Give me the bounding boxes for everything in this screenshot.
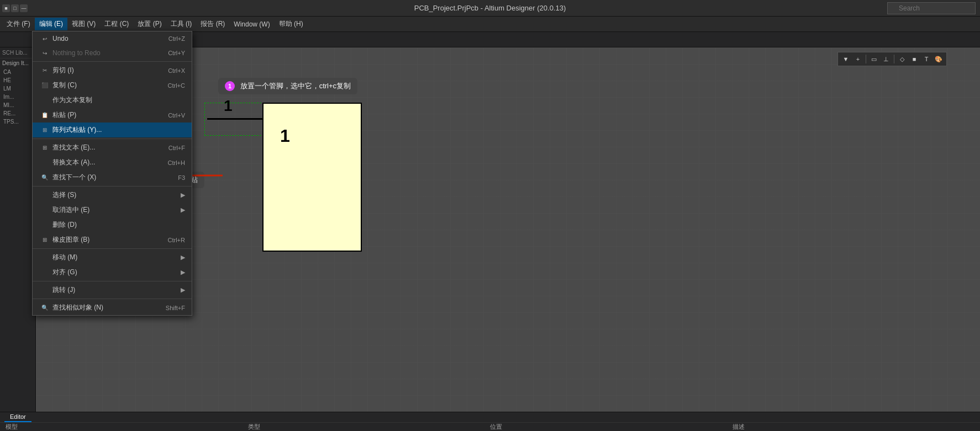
move-label: 移动 (M): [52, 253, 175, 262]
menu-jump[interactable]: 跳转 (J) ▶: [33, 283, 192, 297]
canvas-toolbar: ▼ + ▭ ⊥ ◇ ■ T 🎨: [837, 52, 947, 66]
left-panel-item-he[interactable]: HE: [0, 76, 35, 84]
move-sub: ▶: [181, 254, 185, 261]
cut-label: 剪切 (I): [52, 66, 162, 75]
left-panel-item-tps[interactable]: TPS...: [0, 118, 35, 126]
findsimilar-icon: 🔍: [39, 305, 50, 311]
deselect-sub: ▶: [181, 206, 185, 214]
menu-deselect[interactable]: 取消选中 (E) ▶: [33, 203, 192, 217]
title-bar: ■ □ — PCB_Project.PrjPcb - Altium Design…: [0, 0, 980, 17]
toolbar-fill[interactable]: ■: [909, 54, 920, 65]
menu-rubber[interactable]: ⊞ 橡皮图章 (B) Ctrl+R: [33, 232, 192, 247]
toolbar-rect[interactable]: ▭: [868, 54, 879, 65]
menu-findnext[interactable]: 🔍 查找下一个 (X) F3: [33, 170, 192, 185]
window-controls: ■ □ —: [0, 0, 28, 16]
menu-project[interactable]: 工程 (C): [100, 18, 133, 30]
arraypaste-icon: ⊞: [39, 127, 50, 133]
toolbar-color[interactable]: 🎨: [933, 54, 944, 65]
menu-move[interactable]: 移动 (M) ▶: [33, 250, 192, 265]
toolbar-add[interactable]: +: [852, 54, 863, 65]
left-panel-section: Design It...: [0, 58, 35, 68]
menu-reports[interactable]: 报告 (R): [196, 18, 229, 30]
toolbar-sep1: [866, 55, 866, 63]
restore-btn[interactable]: □: [11, 4, 19, 12]
menu-copytext[interactable]: 作为文本复制: [33, 93, 192, 108]
cut-shortcut: Ctrl+X: [168, 67, 185, 74]
search-wrap: 🔍: [887, 2, 976, 14]
search-area: 🔍: [887, 0, 980, 16]
menu-sep-3: [33, 186, 192, 187]
tooltip-1-text: 放置一个管脚，选中它，ctrl+c复制: [240, 82, 351, 90]
left-panel-item-re[interactable]: RE...: [0, 109, 35, 118]
pin-line: [207, 118, 262, 120]
menu-select[interactable]: 选择 (S) ▶: [33, 188, 192, 203]
findnext-label: 查找下一个 (X): [52, 173, 172, 182]
deselect-label: 取消选中 (E): [52, 205, 175, 215]
findtext-label: 查找文本 (E)...: [52, 143, 163, 152]
toolbar-poly[interactable]: ◇: [897, 54, 908, 65]
undo-label: Undo: [52, 35, 163, 42]
body-label: 1: [280, 126, 290, 146]
left-panel-item-lm[interactable]: LM: [0, 84, 35, 93]
replacetext-label: 替换文本 (A)...: [52, 158, 162, 167]
menu-arraypaste[interactable]: ⊞ 阵列式粘贴 (Y)...: [33, 123, 192, 137]
rubber-shortcut: Ctrl+R: [168, 237, 185, 243]
menu-view[interactable]: 视图 (V): [67, 18, 100, 30]
left-panel-item-ca[interactable]: CA: [0, 68, 35, 76]
menu-undo[interactable]: ↩ Undo Ctrl+Z: [33, 31, 192, 46]
left-panel-item-im[interactable]: Im...: [0, 93, 35, 101]
toolbar-text[interactable]: T: [921, 54, 932, 65]
menu-tools[interactable]: 工具 (I): [166, 18, 197, 30]
close-btn[interactable]: ■: [2, 4, 10, 12]
menu-replacetext[interactable]: 替换文本 (A)... Ctrl+H: [33, 155, 192, 170]
menu-paste[interactable]: 📋 粘贴 (P) Ctrl+V: [33, 108, 192, 123]
menu-align[interactable]: 对齐 (G) ▶: [33, 265, 192, 280]
delete-label: 删除 (D): [52, 220, 185, 230]
menu-cut[interactable]: ✂ 剪切 (I) Ctrl+X: [33, 63, 192, 78]
copy-label: 复制 (C): [52, 81, 162, 90]
menu-file[interactable]: 文件 (F): [2, 18, 35, 30]
search-input[interactable]: [887, 2, 976, 14]
select-label: 选择 (S): [52, 190, 175, 200]
redo-shortcut: Ctrl+Y: [168, 50, 185, 56]
menu-sep-2: [33, 139, 192, 139]
left-panel-item-mi[interactable]: MI...: [0, 101, 35, 109]
menu-sep-5: [33, 281, 192, 281]
bottom-panel: Editor 模型 类型 位置 描述: [0, 412, 980, 431]
select-sub: ▶: [181, 191, 185, 199]
toolbar-filter[interactable]: ▼: [840, 54, 851, 65]
jump-label: 跳转 (J): [52, 285, 175, 295]
col-model: 模型: [6, 423, 248, 431]
redo-label: Nothing to Redo: [52, 49, 162, 57]
rubber-label: 橡皮图章 (B): [52, 235, 162, 244]
findnext-icon: 🔍: [39, 174, 50, 180]
menu-findsimilar[interactable]: 🔍 查找相似对象 (N) Shift+F: [33, 300, 192, 315]
replacetext-shortcut: Ctrl+H: [168, 159, 185, 166]
findsimilar-shortcut: Shift+F: [166, 305, 185, 311]
jump-sub: ▶: [181, 286, 185, 294]
minimize-btn[interactable]: —: [20, 4, 28, 12]
findtext-shortcut: Ctrl+F: [168, 145, 185, 151]
pin-number-label: 1: [224, 97, 233, 115]
menu-edit[interactable]: 编辑 (E): [35, 18, 67, 30]
copy-icon: ⬛: [39, 82, 50, 88]
findnext-shortcut: F3: [178, 174, 185, 181]
bottom-tab-editor[interactable]: Editor: [4, 412, 31, 422]
bottom-panel-tabs: Editor: [0, 412, 980, 423]
col-type: 类型: [248, 423, 491, 431]
findsimilar-label: 查找相似对象 (N): [52, 303, 160, 312]
menu-place[interactable]: 放置 (P): [133, 18, 166, 30]
menu-findtext[interactable]: ⊞ 查找文本 (E)... Ctrl+F: [33, 140, 192, 155]
toolbar-pin[interactable]: ⊥: [881, 54, 892, 65]
menu-delete[interactable]: 删除 (D): [33, 217, 192, 232]
cut-icon: ✂: [39, 67, 50, 73]
menu-help[interactable]: 帮助 (H): [275, 18, 308, 30]
menu-copy[interactable]: ⬛ 复制 (C) Ctrl+C: [33, 78, 192, 93]
paste-icon: 📋: [39, 112, 50, 118]
menu-window[interactable]: Window (W): [229, 19, 274, 30]
tooltip-1-num: 1: [225, 81, 235, 91]
arraypaste-label: 阵列式粘贴 (Y)...: [52, 125, 185, 135]
col-position: 位置: [490, 423, 733, 431]
align-label: 对齐 (G): [52, 268, 175, 277]
paste-label: 粘贴 (P): [52, 110, 162, 120]
